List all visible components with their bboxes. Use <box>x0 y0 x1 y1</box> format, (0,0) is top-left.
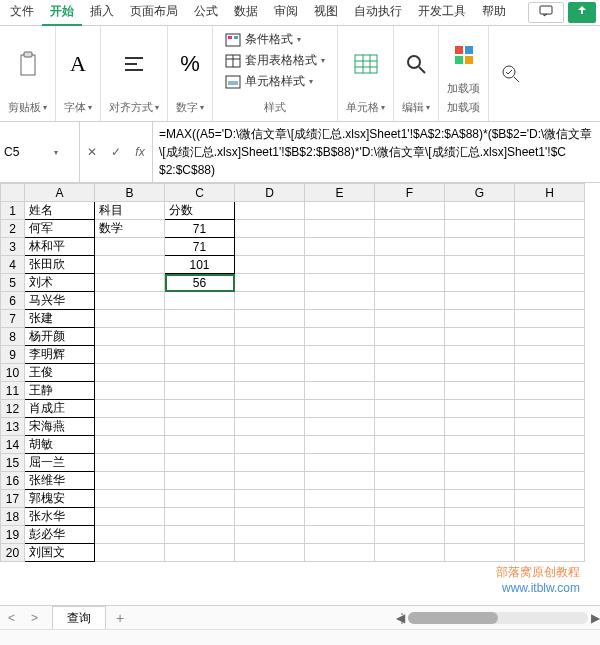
row-header-5[interactable]: 5 <box>1 274 25 292</box>
cell-F5[interactable] <box>375 274 445 292</box>
ribbon-align[interactable]: 对齐方式▾ <box>101 26 168 121</box>
formula-input[interactable]: =MAX((A5='D:\微信文章\[成绩汇总.xlsx]Sheet1'!$A$… <box>153 122 600 182</box>
cell-G18[interactable] <box>445 508 515 526</box>
cell-B20[interactable] <box>95 544 165 562</box>
cell-D9[interactable] <box>235 346 305 364</box>
cell-G12[interactable] <box>445 400 515 418</box>
cell-A4[interactable]: 张田欣 <box>25 256 95 274</box>
cell-A8[interactable]: 杨开颜 <box>25 328 95 346</box>
row-header-17[interactable]: 17 <box>1 490 25 508</box>
menu-帮助[interactable]: 帮助 <box>474 0 514 26</box>
cell-A13[interactable]: 宋海燕 <box>25 418 95 436</box>
cell-C7[interactable] <box>165 310 235 328</box>
cell-E6[interactable] <box>305 292 375 310</box>
cell-G2[interactable] <box>445 220 515 238</box>
cell-G10[interactable] <box>445 364 515 382</box>
ribbon-addin[interactable]: 加载项 加载项 <box>439 26 489 121</box>
cell-E13[interactable] <box>305 418 375 436</box>
cell-H16[interactable] <box>515 472 585 490</box>
cell-C8[interactable] <box>165 328 235 346</box>
cell-F18[interactable] <box>375 508 445 526</box>
menu-开始[interactable]: 开始 <box>42 0 82 26</box>
cell-A3[interactable]: 林和平 <box>25 238 95 256</box>
cell-D17[interactable] <box>235 490 305 508</box>
cell-F8[interactable] <box>375 328 445 346</box>
cell-H5[interactable] <box>515 274 585 292</box>
menu-页面布局[interactable]: 页面布局 <box>122 0 186 26</box>
cell-A1[interactable]: 姓名 <box>25 202 95 220</box>
cell-F11[interactable] <box>375 382 445 400</box>
row-header-11[interactable]: 11 <box>1 382 25 400</box>
cell-B1[interactable]: 科目 <box>95 202 165 220</box>
cell-F2[interactable] <box>375 220 445 238</box>
cell-F16[interactable] <box>375 472 445 490</box>
table-format-button[interactable]: 套用表格格式 ▾ <box>221 51 329 70</box>
cell-E17[interactable] <box>305 490 375 508</box>
cell-F7[interactable] <box>375 310 445 328</box>
cell-B12[interactable] <box>95 400 165 418</box>
cell-A18[interactable]: 张水华 <box>25 508 95 526</box>
cell-C16[interactable] <box>165 472 235 490</box>
cell-B6[interactable] <box>95 292 165 310</box>
cell-C20[interactable] <box>165 544 235 562</box>
cell-H13[interactable] <box>515 418 585 436</box>
cell-C13[interactable] <box>165 418 235 436</box>
cell-F14[interactable] <box>375 436 445 454</box>
add-sheet-button[interactable]: + <box>106 610 134 626</box>
menu-数据[interactable]: 数据 <box>226 0 266 26</box>
cell-B3[interactable] <box>95 238 165 256</box>
row-header-3[interactable]: 3 <box>1 238 25 256</box>
cell-H15[interactable] <box>515 454 585 472</box>
row-header-6[interactable]: 6 <box>1 292 25 310</box>
cell-H1[interactable] <box>515 202 585 220</box>
cell-H9[interactable] <box>515 346 585 364</box>
column-header-C[interactable]: C <box>165 184 235 202</box>
cell-B15[interactable] <box>95 454 165 472</box>
cell-D5[interactable] <box>235 274 305 292</box>
cell-G17[interactable] <box>445 490 515 508</box>
cell-E12[interactable] <box>305 400 375 418</box>
cell-D20[interactable] <box>235 544 305 562</box>
column-header-D[interactable]: D <box>235 184 305 202</box>
cell-F19[interactable] <box>375 526 445 544</box>
spreadsheet-grid[interactable]: ABCDEFGH 1姓名科目分数2何军数学713林和平714张田欣1015刘术5… <box>0 183 585 562</box>
cell-B8[interactable] <box>95 328 165 346</box>
cell-E19[interactable] <box>305 526 375 544</box>
cell-G16[interactable] <box>445 472 515 490</box>
cell-B5[interactable] <box>95 274 165 292</box>
cell-H6[interactable] <box>515 292 585 310</box>
cell-C18[interactable] <box>165 508 235 526</box>
cell-H17[interactable] <box>515 490 585 508</box>
cell-D4[interactable] <box>235 256 305 274</box>
cell-F20[interactable] <box>375 544 445 562</box>
cell-D10[interactable] <box>235 364 305 382</box>
cell-G14[interactable] <box>445 436 515 454</box>
cell-H19[interactable] <box>515 526 585 544</box>
cell-B13[interactable] <box>95 418 165 436</box>
cell-B11[interactable] <box>95 382 165 400</box>
cell-E5[interactable] <box>305 274 375 292</box>
menu-插入[interactable]: 插入 <box>82 0 122 26</box>
cell-A14[interactable]: 胡敏 <box>25 436 95 454</box>
cell-G5[interactable] <box>445 274 515 292</box>
cell-C2[interactable]: 71 <box>165 220 235 238</box>
cell-A10[interactable]: 王俊 <box>25 364 95 382</box>
fx-button[interactable]: fx <box>128 145 152 159</box>
cell-G4[interactable] <box>445 256 515 274</box>
cell-H3[interactable] <box>515 238 585 256</box>
row-header-19[interactable]: 19 <box>1 526 25 544</box>
cell-G19[interactable] <box>445 526 515 544</box>
column-header-F[interactable]: F <box>375 184 445 202</box>
menu-审阅[interactable]: 审阅 <box>266 0 306 26</box>
cell-F3[interactable] <box>375 238 445 256</box>
cell-E1[interactable] <box>305 202 375 220</box>
cell-A17[interactable]: 郭槐安 <box>25 490 95 508</box>
cell-G7[interactable] <box>445 310 515 328</box>
cell-B7[interactable] <box>95 310 165 328</box>
cell-E10[interactable] <box>305 364 375 382</box>
ribbon-number[interactable]: % 数字▾ <box>168 26 213 121</box>
row-header-15[interactable]: 15 <box>1 454 25 472</box>
cell-H14[interactable] <box>515 436 585 454</box>
cell-B4[interactable] <box>95 256 165 274</box>
cell-E8[interactable] <box>305 328 375 346</box>
